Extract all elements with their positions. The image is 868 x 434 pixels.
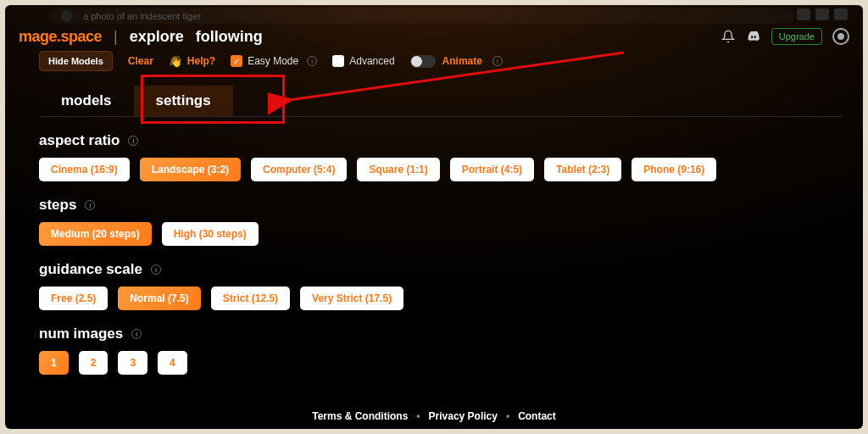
easy-mode-label: Easy Mode <box>248 55 298 67</box>
search-avatar-icon <box>61 10 73 22</box>
user-avatar[interactable] <box>832 28 849 45</box>
advanced-checkbox[interactable] <box>332 55 344 67</box>
option-pill[interactable]: Phone (9:16) <box>632 158 716 181</box>
option-pill[interactable]: Strict (12.5) <box>211 287 290 310</box>
hide-models-button[interactable]: Hide Models <box>39 51 113 71</box>
advanced-label: Advanced <box>349 55 394 67</box>
option-pill[interactable]: 1 <box>39 351 69 375</box>
section-aspect-ratio: aspect ratioi Cinema (16:9)Landscape (3:… <box>39 132 843 181</box>
option-pill[interactable]: Normal (7.5) <box>118 287 200 310</box>
divider: | <box>114 28 118 46</box>
footer-privacy[interactable]: Privacy Policy <box>429 410 498 422</box>
option-pill[interactable]: Portrait (4:5) <box>450 158 534 181</box>
aspect-ratio-options: Cinema (16:9)Landscape (3:2)Computer (5:… <box>39 158 843 181</box>
info-icon[interactable]: i <box>128 136 138 146</box>
help-link[interactable]: Help? <box>187 55 215 67</box>
option-pill[interactable]: Very Strict (17.5) <box>300 287 403 310</box>
toolbar: Hide Models Clear 👋 Help? ✓ Easy Mode i … <box>39 51 849 71</box>
clear-link[interactable]: Clear <box>128 55 153 67</box>
option-pill[interactable]: 3 <box>118 351 147 375</box>
extension-icon[interactable] <box>834 8 848 20</box>
animate-toggle[interactable] <box>410 55 436 68</box>
browser-corner-icons <box>797 8 848 20</box>
option-pill[interactable]: Tablet (2:3) <box>544 158 621 181</box>
option-pill[interactable]: 4 <box>158 351 187 375</box>
section-title: aspect ratio <box>39 132 120 149</box>
tabs: models settings <box>39 86 843 117</box>
info-icon[interactable]: i <box>131 329 142 339</box>
section-num-images: num imagesi 1234 <box>39 326 843 375</box>
footer-contact[interactable]: Contact <box>518 410 556 422</box>
tab-settings[interactable]: settings <box>134 86 233 116</box>
wave-icon: 👋 <box>169 55 182 68</box>
upgrade-button[interactable]: Upgrade <box>771 28 822 45</box>
option-pill[interactable]: Cinema (16:9) <box>39 158 130 181</box>
search-bar[interactable]: a photo of an iridescent tiger <box>49 8 795 24</box>
animate-label: Animate <box>442 55 482 67</box>
option-pill[interactable]: Square (1:1) <box>357 158 439 181</box>
option-pill[interactable]: High (30 steps) <box>162 222 259 246</box>
section-title: steps <box>39 197 76 214</box>
nav-following[interactable]: following <box>196 28 263 46</box>
info-icon[interactable]: i <box>85 200 95 210</box>
bell-icon[interactable] <box>721 29 736 44</box>
app-window: a photo of an iridescent tiger mage.spac… <box>5 5 863 429</box>
footer: Terms & Conditions • Privacy Policy • Co… <box>5 410 863 422</box>
option-pill[interactable]: Landscape (3:2) <box>140 158 241 181</box>
guidance-options: Free (2.5)Normal (7.5)Strict (12.5)Very … <box>39 287 843 310</box>
nav-explore[interactable]: explore <box>130 28 184 46</box>
steps-options: Medium (20 steps)High (30 steps) <box>39 222 843 246</box>
logo[interactable]: mage.space <box>19 28 102 46</box>
option-pill[interactable]: Free (2.5) <box>39 287 108 310</box>
easy-mode-checkbox[interactable]: ✓ <box>231 55 242 67</box>
section-steps: stepsi Medium (20 steps)High (30 steps) <box>39 197 843 246</box>
info-icon[interactable]: i <box>307 56 317 66</box>
option-pill[interactable]: 2 <box>79 351 108 375</box>
num-images-options: 1234 <box>39 351 843 375</box>
section-title: num images <box>39 326 123 342</box>
tab-models[interactable]: models <box>39 86 134 116</box>
footer-terms[interactable]: Terms & Conditions <box>312 410 408 422</box>
extension-icon[interactable] <box>797 8 810 20</box>
section-guidance: guidance scalei Free (2.5)Normal (7.5)St… <box>39 261 843 310</box>
extension-icon[interactable] <box>815 8 829 20</box>
search-placeholder: a photo of an iridescent tiger <box>83 11 201 21</box>
info-icon[interactable]: i <box>151 264 161 275</box>
header: mage.space | explore following Upgrade <box>5 24 863 49</box>
discord-icon[interactable] <box>746 29 761 44</box>
info-icon[interactable]: i <box>492 56 503 66</box>
option-pill[interactable]: Computer (5:4) <box>251 158 347 181</box>
section-title: guidance scale <box>39 261 142 278</box>
option-pill[interactable]: Medium (20 steps) <box>39 222 152 246</box>
settings-content: aspect ratioi Cinema (16:9)Landscape (3:… <box>39 132 843 395</box>
